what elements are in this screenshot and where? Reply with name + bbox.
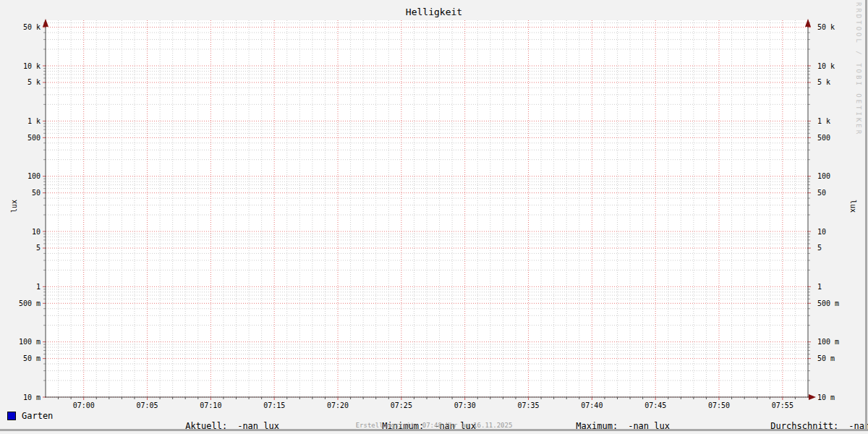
- y-tick-label-left: 1: [36, 283, 41, 291]
- y-tick-label-right: 10 m: [817, 393, 835, 401]
- y-axis-labels-left: 10 m50 m100 m500 m1510501005001 k5 k10 k…: [19, 23, 41, 401]
- x-tick-label: 07:55: [772, 401, 793, 409]
- x-tick-label: 07:05: [136, 401, 158, 409]
- x-tick-label: 07:35: [517, 401, 539, 409]
- x-axis-labels: 07:0007:0507:1007:1507:2007:2507:3007:35…: [73, 401, 793, 409]
- legend-series-label: Garten: [22, 411, 53, 421]
- rrdtool-watermark: RRDTOOL / TOBI OETIKER: [855, 2, 862, 136]
- x-tick-label: 07:15: [263, 401, 285, 409]
- y-tick-label-right: 10 k: [817, 62, 835, 70]
- chart-plot: 07:0007:0507:1007:1507:2007:2507:3007:35…: [0, 0, 868, 434]
- y-tick-label-left: 5: [36, 244, 41, 252]
- x-tick-label: 07:25: [391, 401, 412, 409]
- y-tick-label-right: 100 m: [817, 338, 839, 346]
- y-tick-label-left: 10 m: [23, 393, 41, 401]
- y-tick-label-left: 10 k: [23, 62, 41, 70]
- y-axis-unit-right: lux: [849, 200, 856, 213]
- y-tick-label-right: 50: [817, 189, 826, 197]
- y-tick-label-left: 1 k: [27, 117, 41, 125]
- y-tick-label-left: 100 m: [19, 338, 41, 346]
- image-bevel-right: [865, 0, 867, 431]
- y-axis-labels-right: 10 m50 m100 m500 m1510501005001 k5 k10 k…: [817, 23, 839, 401]
- y-tick-label-left: 50 m: [23, 354, 41, 362]
- x-tick-label: 07:45: [644, 401, 666, 409]
- y-tick-label-left: 50 k: [23, 23, 41, 31]
- x-tick-label: 07:30: [454, 401, 476, 409]
- x-tick-label: 07:50: [708, 401, 730, 409]
- creation-timestamp: Erstellungszeit: 07:48 Uhr am 16.11.2025: [0, 422, 868, 429]
- y-tick-label-left: 5 k: [27, 78, 41, 86]
- y-tick-label-right: 10: [817, 228, 826, 236]
- x-axis-arrow: [809, 394, 816, 400]
- y-tick-label-right: 50 m: [817, 354, 835, 362]
- y-tick-label-right: 50 k: [817, 23, 835, 31]
- y-tick-label-right: 1: [817, 283, 822, 291]
- y-tick-label-left: 500 m: [19, 299, 41, 307]
- x-tick-label: 07:10: [200, 401, 221, 409]
- y-tick-label-left: 100: [27, 172, 41, 180]
- y-tick-label-left: 50: [32, 189, 41, 197]
- y-tick-label-right: 500: [817, 134, 830, 142]
- y-tick-label-left: 10: [32, 228, 41, 236]
- legend-color-swatch: [7, 412, 16, 420]
- y-tick-label-left: 500: [27, 134, 41, 142]
- x-tick-label: 07:20: [327, 401, 349, 409]
- y-tick-label-right: 1 k: [817, 117, 830, 125]
- y-tick-label-right: 5 k: [817, 78, 830, 86]
- image-bevel-bottom: [0, 429, 868, 431]
- x-tick-label: 07:40: [581, 401, 603, 409]
- rrdtool-graph-image: Helligkeit 07:0007:0507:1007:1507:2007:2…: [0, 0, 868, 434]
- y-tick-label-right: 5: [817, 244, 822, 252]
- y-axis-unit-left: lux: [11, 200, 18, 213]
- x-tick-label: 07:00: [73, 401, 95, 409]
- y-tick-label-right: 100: [817, 172, 830, 180]
- y-tick-label-right: 500 m: [817, 299, 839, 307]
